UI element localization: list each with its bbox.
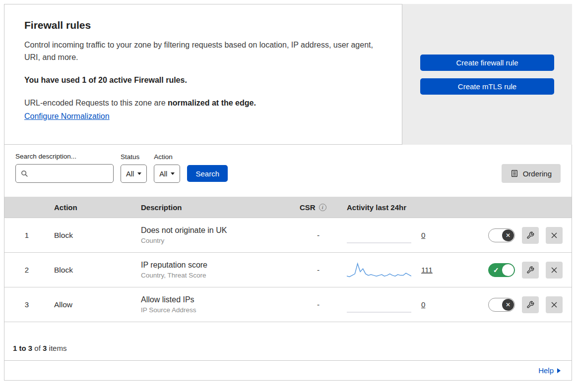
ordering-list-icon (511, 169, 518, 177)
wrench-icon (526, 231, 534, 239)
rule-description-cell: Does not originate in UK Country (136, 226, 295, 244)
rule-controls: ✓ ✕ (472, 227, 572, 244)
search-input-wrapper (15, 164, 114, 183)
rule-criteria: Country, Threat Score (141, 272, 295, 279)
actions-panel: Create firewall rule Create mTLS rule (402, 4, 572, 145)
rule-activity-cell: 111 (342, 261, 472, 279)
normalization-bold: normalized at the edge. (168, 99, 256, 107)
help-bar: Help (4, 360, 572, 381)
ordering-button[interactable]: Ordering (502, 164, 561, 183)
rule-csr-value: - (295, 266, 342, 275)
search-group: Search description... (15, 153, 114, 183)
rule-description[interactable]: IP reputation score (141, 261, 295, 270)
wrench-icon (526, 301, 534, 309)
x-icon: ✕ (506, 301, 511, 308)
page-description: Control incoming traffic to your zone by… (24, 39, 382, 64)
ordering-label: Ordering (523, 169, 552, 178)
status-dropdown[interactable]: All (121, 165, 147, 183)
header-section: Firewall rules Control incoming traffic … (4, 4, 572, 145)
table-footer: 1 to 3 of 3 items (4, 322, 572, 360)
col-description: Description (136, 203, 295, 212)
close-icon (551, 301, 558, 308)
rules-section: Search description... Status All Action … (4, 144, 572, 361)
help-link[interactable]: Help (538, 366, 554, 375)
activity-count-link[interactable]: 111 (421, 266, 434, 274)
action-label: Action (154, 153, 180, 161)
close-icon (551, 267, 558, 274)
rule-activity-cell: 0 (342, 226, 472, 244)
rule-description[interactable]: Allow listed IPs (141, 295, 295, 304)
normalization-text: URL-encoded Requests to this zone are (24, 99, 166, 107)
create-firewall-rule-button[interactable]: Create firewall rule (420, 55, 554, 71)
col-activity: Activity last 24hr (342, 203, 472, 212)
table-row: 1 Block Does not originate in UK Country… (4, 218, 572, 252)
rule-csr-value: - (295, 300, 342, 309)
col-action: Action (49, 203, 136, 212)
activity-sparkline (347, 261, 411, 279)
rule-priority: 3 (4, 300, 49, 309)
footer-items: items (49, 344, 67, 352)
action-value: All (159, 170, 167, 178)
table-header: Action Description CSR i Activity last 2… (4, 197, 572, 218)
check-icon: ✓ (493, 266, 499, 274)
toggle-knob: ✕ (502, 299, 514, 311)
rule-action: Block (49, 231, 136, 240)
delete-rule-button[interactable] (546, 227, 563, 244)
col-csr: CSR i (295, 203, 342, 212)
status-label: Status (121, 153, 147, 161)
activity-count-link[interactable]: 0 (421, 231, 434, 239)
rule-controls: ✓ ✕ (472, 262, 572, 279)
rule-priority: 1 (4, 231, 49, 239)
edit-rule-button[interactable] (522, 227, 539, 244)
toggle-knob: ✕ (502, 264, 514, 276)
chevron-down-icon (171, 172, 175, 175)
status-value: All (126, 170, 134, 178)
status-filter-group: Status All (121, 153, 147, 183)
activity-sparkline (347, 226, 411, 244)
usage-note: You have used 1 of 20 active Firewall ru… (24, 76, 382, 85)
rule-criteria: Country (141, 237, 295, 244)
rule-enabled-toggle[interactable]: ✓ ✕ (488, 228, 515, 242)
info-icon[interactable]: i (319, 204, 326, 211)
rule-enabled-toggle[interactable]: ✓ ✕ (488, 263, 515, 277)
wrench-icon (526, 266, 534, 274)
search-label: Search description... (15, 153, 114, 160)
configure-normalization-link[interactable]: Configure Normalization (24, 112, 110, 120)
rule-description[interactable]: Does not originate in UK (141, 226, 295, 235)
delete-rule-button[interactable] (546, 262, 563, 279)
footer-of: of (34, 344, 41, 352)
footer-range: 1 to 3 (13, 344, 32, 352)
action-dropdown[interactable]: All (154, 165, 180, 183)
close-icon (551, 232, 558, 239)
rule-criteria: IP Source Address (141, 306, 295, 314)
edit-rule-button[interactable] (522, 296, 539, 313)
arrow-right-icon (557, 368, 561, 373)
filters-toolbar: Search description... Status All Action … (4, 145, 572, 197)
x-icon: ✕ (506, 232, 511, 239)
search-icon (21, 170, 28, 177)
table-row: 3 Allow Allow listed IPs IP Source Addre… (4, 287, 572, 322)
rule-action: Block (49, 266, 136, 275)
table-row: 2 Block IP reputation score Country, Thr… (4, 252, 572, 287)
rule-csr-value: - (295, 231, 342, 240)
search-input[interactable] (32, 169, 108, 178)
firewall-rules-card: Firewall rules Control incoming traffic … (4, 4, 402, 145)
activity-count-link[interactable]: 0 (421, 300, 434, 309)
rule-description-cell: IP reputation score Country, Threat Scor… (136, 261, 295, 279)
activity-sparkline (347, 296, 411, 314)
search-button[interactable]: Search (187, 165, 228, 182)
footer-total: 3 (43, 344, 47, 352)
rule-controls: ✓ ✕ (472, 296, 572, 313)
normalization-note: URL-encoded Requests to this zone are no… (24, 99, 382, 108)
edit-rule-button[interactable] (522, 262, 539, 279)
rule-activity-cell: 0 (342, 296, 472, 314)
chevron-down-icon (137, 172, 141, 175)
rule-action: Allow (49, 300, 136, 309)
delete-rule-button[interactable] (546, 296, 563, 313)
page-title: Firewall rules (24, 19, 382, 31)
toggle-knob: ✕ (502, 229, 514, 241)
rule-enabled-toggle[interactable]: ✓ ✕ (488, 298, 515, 312)
csr-header-label: CSR (300, 203, 316, 212)
create-mtls-rule-button[interactable]: Create mTLS rule (420, 78, 554, 95)
rule-description-cell: Allow listed IPs IP Source Address (136, 295, 295, 314)
